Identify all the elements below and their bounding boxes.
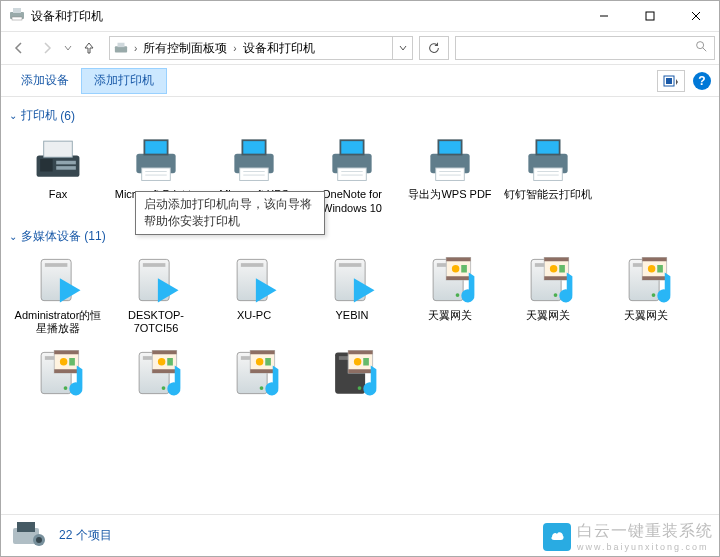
- server-media-icon: [616, 255, 676, 305]
- svg-rect-7: [115, 46, 127, 52]
- device-label: XU-PC: [237, 309, 271, 323]
- server-play-icon: [322, 255, 382, 305]
- device-item[interactable]: 钉钉智能云打印机: [499, 128, 597, 222]
- chevron-down-icon: ⌄: [9, 231, 17, 242]
- add-printer-button[interactable]: 添加打印机: [81, 68, 167, 94]
- watermark-text: 白云一键重装系统: [577, 521, 713, 542]
- svg-rect-2: [12, 17, 22, 20]
- chevron-down-icon: ⌄: [9, 110, 17, 121]
- device-label: DESKTOP-7OTCI56: [109, 309, 203, 337]
- toolbar: 添加设备 添加打印机 ?: [1, 65, 719, 97]
- device-label: 天翼网关: [526, 309, 570, 323]
- device-item[interactable]: [205, 342, 303, 408]
- breadcrumb[interactable]: › 所有控制面板项 › 设备和打印机: [109, 36, 413, 60]
- chevron-right-icon: ›: [134, 43, 137, 54]
- device-item[interactable]: XU-PC: [205, 249, 303, 343]
- minimize-button[interactable]: [581, 1, 627, 31]
- device-item[interactable]: YEBIN: [303, 249, 401, 343]
- svg-point-16: [36, 537, 42, 543]
- svg-rect-14: [17, 522, 35, 532]
- printer-icon: [420, 134, 480, 184]
- server-media-icon: [224, 348, 284, 398]
- media-items-2: [9, 342, 711, 408]
- watermark-logo-icon: [543, 523, 571, 551]
- up-button[interactable]: [75, 34, 103, 62]
- status-icon: [9, 518, 49, 553]
- group-label: 打印机: [21, 107, 57, 124]
- server-media-icon: [518, 255, 578, 305]
- status-count: 22 个项目: [59, 527, 112, 544]
- svg-rect-12: [666, 78, 672, 84]
- device-label: 天翼网关: [624, 309, 668, 323]
- window: 设备和打印机 › 所有控制面板项 › 设备和打印机 添加设备 添加打印机: [0, 0, 720, 557]
- back-button[interactable]: [5, 34, 33, 62]
- server-play-icon: [28, 255, 88, 305]
- group-header-media[interactable]: ⌄ 多媒体设备 (11): [9, 228, 711, 245]
- watermark-sub: www.baiyunxitong.com: [577, 542, 713, 552]
- device-label: 导出为WPS PDF: [408, 188, 491, 202]
- svg-line-10: [703, 48, 707, 52]
- group-count: (6): [60, 109, 75, 123]
- chevron-right-icon: ›: [233, 43, 236, 54]
- printer-icon: [518, 134, 578, 184]
- svg-rect-1: [13, 8, 21, 13]
- search-input[interactable]: [455, 36, 715, 60]
- server-media-icon: [420, 255, 480, 305]
- content-area: 启动添加打印机向导，该向导将帮助你安装打印机 ⌄ 打印机 (6) FaxMicr…: [1, 97, 719, 514]
- recent-dropdown[interactable]: [61, 34, 75, 62]
- close-button[interactable]: [673, 1, 719, 31]
- devices-printers-icon: [9, 6, 25, 26]
- server-play-icon: [126, 255, 186, 305]
- refresh-button[interactable]: [419, 36, 449, 60]
- device-item[interactable]: 天翼网关: [597, 249, 695, 343]
- device-label: 天翼网关: [428, 309, 472, 323]
- device-item[interactable]: Administrator的恒星播放器: [9, 249, 107, 343]
- server-media-icon: [126, 348, 186, 398]
- forward-button[interactable]: [33, 34, 61, 62]
- server-media-icon: [28, 348, 88, 398]
- window-controls: [581, 1, 719, 31]
- window-title: 设备和打印机: [31, 8, 103, 25]
- device-item[interactable]: [107, 342, 205, 408]
- maximize-button[interactable]: [627, 1, 673, 31]
- view-options-button[interactable]: [657, 70, 685, 92]
- device-item[interactable]: 导出为WPS PDF: [401, 128, 499, 222]
- svg-rect-4: [646, 12, 654, 20]
- tooltip: 启动添加打印机向导，该向导将帮助你安装打印机: [135, 191, 325, 235]
- device-label: Administrator的恒星播放器: [11, 309, 105, 337]
- server-play-icon: [224, 255, 284, 305]
- breadcrumb-root[interactable]: 所有控制面板项: [143, 40, 227, 57]
- device-item[interactable]: 天翼网关: [401, 249, 499, 343]
- breadcrumb-dropdown[interactable]: [392, 37, 412, 59]
- device-item[interactable]: [9, 342, 107, 408]
- printer-icon: [224, 134, 284, 184]
- printer-icon: [126, 134, 186, 184]
- breadcrumb-leaf[interactable]: 设备和打印机: [243, 40, 315, 57]
- device-item[interactable]: Fax: [9, 128, 107, 222]
- printer-icon: [322, 134, 382, 184]
- device-label: YEBIN: [335, 309, 368, 323]
- devices-printers-icon: [114, 41, 128, 55]
- titlebar: 设备和打印机: [1, 1, 719, 31]
- group-header-printers[interactable]: ⌄ 打印机 (6): [9, 107, 711, 124]
- add-device-button[interactable]: 添加设备: [9, 68, 81, 94]
- group-label: 多媒体设备: [21, 228, 81, 245]
- svg-point-9: [697, 42, 704, 49]
- watermark: 白云一键重装系统 www.baiyunxitong.com: [543, 521, 713, 552]
- media-items: Administrator的恒星播放器DESKTOP-7OTCI56XU-PCY…: [9, 249, 711, 343]
- svg-rect-8: [118, 43, 125, 47]
- device-item[interactable]: [303, 342, 401, 408]
- server-media-dark-icon: [322, 348, 382, 398]
- device-label: 钉钉智能云打印机: [504, 188, 592, 202]
- help-button[interactable]: ?: [693, 72, 711, 90]
- printers-items: FaxMicrosoft Print to PDFMicrosoft XPS D…: [9, 128, 711, 222]
- address-bar: › 所有控制面板项 › 设备和打印机: [1, 31, 719, 65]
- fax-icon: [28, 134, 88, 184]
- device-item[interactable]: DESKTOP-7OTCI56: [107, 249, 205, 343]
- device-label: Fax: [49, 188, 67, 202]
- search-icon: [694, 39, 708, 57]
- group-count: (11): [84, 229, 105, 243]
- device-item[interactable]: 天翼网关: [499, 249, 597, 343]
